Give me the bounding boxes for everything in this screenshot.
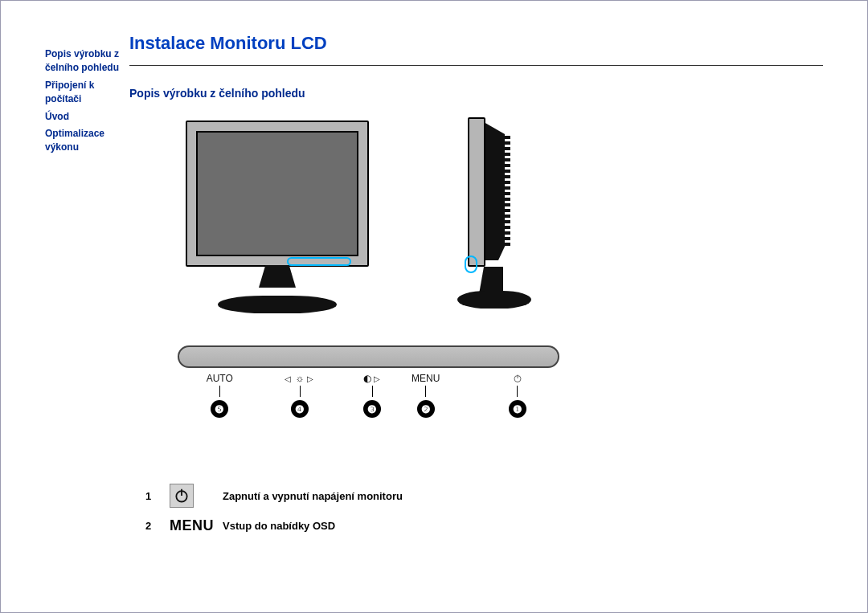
power-button-icon [170, 484, 194, 508]
function-number: 1 [145, 490, 170, 502]
function-list: 1 Zapnutí a vypnutí napájení monitoru 2 … [145, 484, 823, 534]
callout-1-icon: ❶ [509, 400, 526, 418]
main-content: Instalace Monitoru LCD Popis výrobku z č… [129, 25, 823, 612]
page-title: Instalace Monitoru LCD [129, 33, 823, 54]
left-arrow-icon: ◁ [285, 374, 293, 383]
sidebar-nav: Popis výrobku z čelního pohledu Připojen… [45, 25, 129, 612]
button-3-contrast: ◐ ▷ ❸ [348, 371, 396, 418]
contrast-icon: ◐ [363, 373, 371, 384]
section-heading: Popis výrobku z čelního pohledu [129, 87, 823, 100]
button-4-brightness: ◁ ☼ ▷ ❹ [276, 371, 324, 418]
sidebar-item-connecting[interactable]: Připojení k počítači [45, 79, 123, 107]
menu-label: MENU [402, 371, 450, 386]
button-highlight-side-icon [465, 255, 477, 273]
sidebar-item-front-description[interactable]: Popis výrobku z čelního pohledu [45, 47, 123, 76]
function-row-1: 1 Zapnutí a vypnutí napájení monitoru [145, 484, 823, 508]
button-strip-figure: AUTO ❺ ◁ ☼ ▷ ❹ ◐ ▷ ❸ MENU ❷ [178, 345, 559, 443]
divider [129, 65, 823, 66]
function-number: 2 [145, 520, 170, 532]
function-row-2: 2 MENU Vstup do nabídky OSD [145, 517, 823, 534]
document-page: Popis výrobku z čelního pohledu Připojen… [0, 0, 868, 613]
button-1-power: ❶ [493, 371, 542, 418]
auto-label: AUTO [195, 371, 244, 386]
power-icon [513, 374, 522, 383]
button-highlight-front-icon [287, 257, 351, 266]
monitor-figures [186, 117, 823, 313]
callout-5-icon: ❺ [211, 400, 228, 418]
monitor-front-icon [186, 121, 369, 313]
sidebar-item-introduction[interactable]: Úvod [45, 110, 123, 124]
callout-2-icon: ❷ [417, 400, 435, 418]
callout-3-icon: ❸ [363, 400, 381, 418]
function-description: Vstup do nabídky OSD [223, 520, 335, 532]
callout-4-icon: ❹ [291, 400, 309, 418]
monitor-side-icon [445, 117, 534, 313]
brightness-icon: ☼ [296, 373, 305, 384]
right-arrow-icon: ▷ [374, 374, 382, 383]
right-arrow-icon: ▷ [307, 374, 315, 383]
function-description: Zapnutí a vypnutí napájení monitoru [223, 490, 403, 502]
button-strip-icon [178, 345, 559, 368]
button-2-menu: MENU ❷ [402, 371, 450, 418]
sidebar-item-optimization[interactable]: Optimalizace výkonu [45, 127, 123, 155]
menu-text-icon: MENU [170, 517, 214, 534]
button-5-auto: AUTO ❺ [195, 371, 244, 418]
